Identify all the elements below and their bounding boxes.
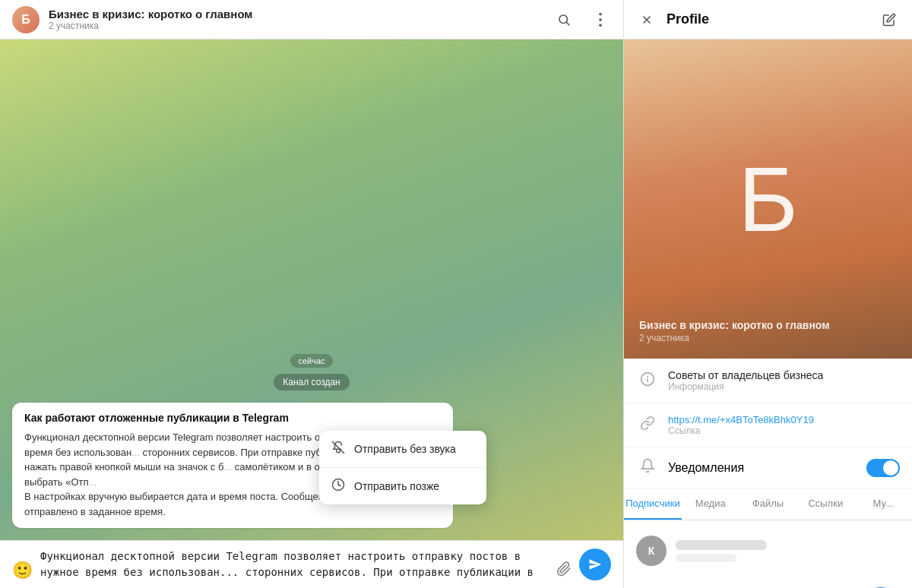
info-row-link: https://t.me/+x4BToTe8kBhk0Y19 Ссылка: [624, 403, 912, 447]
info-circle-icon: [636, 371, 659, 390]
search-button[interactable]: [553, 9, 575, 30]
context-menu: Отправить без звука Отправить позже: [319, 431, 486, 504]
chat-info: Бизнес в кризис: коротко о главном 2 уча…: [49, 8, 544, 31]
info-description-text: Советы от владельцев бизнеса Информация: [668, 369, 900, 392]
subscriber-avatar-1: К: [636, 536, 667, 566]
tab-more[interactable]: Му...: [854, 488, 912, 520]
profile-title: Profile: [667, 11, 869, 27]
header-actions: [553, 9, 611, 30]
info-link-text: https://t.me/+x4BToTe8kBhk0Y19 Ссылка: [668, 414, 900, 436]
info-desc-sub: Информация: [668, 381, 900, 392]
tab-links[interactable]: Ссылки: [796, 488, 854, 520]
subscriber-name-1: [676, 540, 767, 550]
send-later-option[interactable]: Отправить позже: [319, 468, 486, 504]
channel-created-badge: Канал создан: [274, 374, 350, 390]
profile-header: Profile: [623, 0, 912, 39]
subscribers-area: К: [624, 520, 912, 581]
info-row-description: Советы от владельцев бизнеса Информация: [624, 359, 912, 403]
info-row-notifications: Уведомления: [624, 447, 912, 488]
info-link-sub: Ссылка: [668, 425, 900, 436]
message-title: Как работают отложенные публикации в Tel…: [24, 412, 441, 424]
subscriber-info-1: [676, 540, 900, 562]
chat-area: сейчас Канал создан Как работают отложен…: [0, 40, 623, 588]
emoji-button[interactable]: 🙂: [12, 561, 33, 580]
chat-header: Б Бизнес в кризис: коротко о главном 2 у…: [0, 0, 623, 39]
notifications-toggle[interactable]: [866, 459, 900, 477]
svg-line-1: [566, 22, 568, 24]
subscriber-item-1: К: [636, 530, 900, 572]
send-later-label: Отправить позже: [354, 480, 439, 492]
chat-avatar[interactable]: Б: [12, 6, 40, 33]
send-silent-label: Отправить без звука: [354, 443, 456, 455]
add-member-container: [624, 581, 912, 588]
profile-tabs: Подписчики Медиа Файлы Ссылки Му...: [624, 488, 912, 520]
info-link-value[interactable]: https://t.me/+x4BToTe8kBhk0Y19: [668, 414, 900, 425]
svg-point-4: [599, 24, 602, 27]
link-icon: [636, 416, 659, 435]
toggle-knob: [883, 460, 898, 476]
profile-cover-name: Бизнес в кризис: коротко о главном: [639, 319, 830, 331]
tab-files[interactable]: Файлы: [739, 488, 797, 520]
notifications-label: Уведомления: [668, 461, 857, 475]
send-silent-option[interactable]: Отправить без звука: [319, 431, 486, 467]
profile-cover-sub: 2 участника: [639, 333, 830, 343]
chat-input-bar: 🙂 Функционал десктопной версии Telegram …: [0, 540, 623, 588]
main-content: сейчас Канал создан Как работают отложен…: [0, 40, 912, 588]
chat-title: Бизнес в кризис: коротко о главном: [49, 8, 429, 21]
svg-point-2: [599, 13, 602, 16]
send-button[interactable]: [579, 548, 611, 580]
edit-profile-button[interactable]: [879, 9, 900, 30]
more-button[interactable]: [590, 9, 611, 30]
svg-point-3: [599, 18, 602, 21]
bell-icon: [636, 458, 659, 477]
subscriber-status-1: [676, 554, 736, 562]
profile-cover-letter: Б: [738, 153, 798, 245]
silent-icon: [331, 441, 345, 457]
profile-cover: Б Бизнес в кризис: коротко о главном 2 у…: [624, 40, 912, 359]
messages-list: сейчас Канал создан Как работают отложен…: [0, 40, 623, 540]
message-input[interactable]: Функционал десктопной версии Telegram по…: [40, 548, 549, 580]
profile-panel: Б Бизнес в кризис: коротко о главном 2 у…: [623, 40, 912, 588]
chat-subtitle: 2 участника: [49, 21, 544, 31]
close-profile-button[interactable]: [636, 9, 657, 30]
info-desc-label: Советы от владельцев бизнеса: [668, 369, 900, 381]
profile-cover-info: Бизнес в кризис: коротко о главном 2 уча…: [639, 319, 830, 343]
tab-media[interactable]: Медиа: [682, 488, 739, 520]
attach-button[interactable]: [556, 561, 572, 580]
date-badge: сейчас: [290, 354, 332, 368]
tab-subscribers[interactable]: Подписчики: [624, 488, 682, 520]
clock-icon: [331, 478, 345, 495]
